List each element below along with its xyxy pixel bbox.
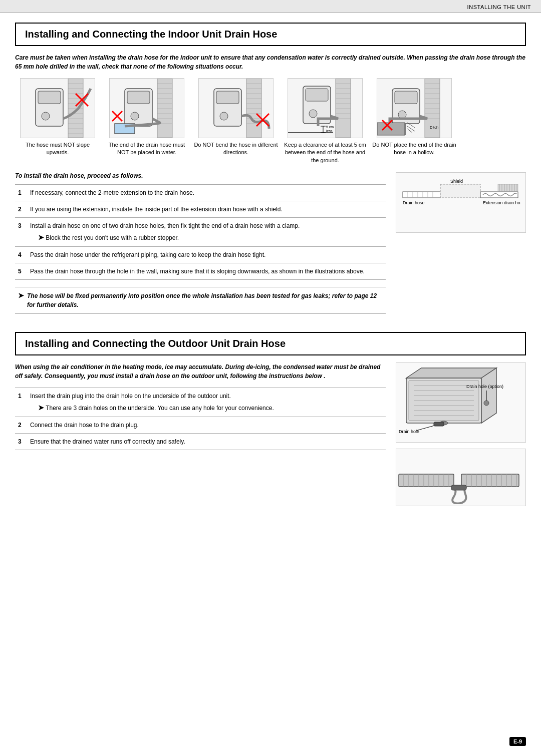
step-num-3: 3 (15, 218, 27, 247)
note-prefix: ➤ (18, 291, 24, 309)
diagram-caption-3: Do NOT bend the hose in different direct… (193, 141, 279, 157)
svg-rect-107 (498, 184, 518, 191)
step-num-5: 5 (15, 263, 27, 280)
outdoor-intro: When using the air conditioner in the he… (15, 362, 386, 381)
svg-text:Drain hole (option): Drain hole (option) (466, 384, 503, 389)
table-row: 3 Install a drain hose on one of two dra… (15, 218, 386, 247)
svg-rect-103 (440, 184, 480, 198)
svg-text:Shield: Shield (450, 179, 463, 184)
indoor-section-box: Installing and Connecting the Indoor Uni… (15, 23, 526, 46)
outdoor-steps-table: 1 Insert the drain plug into the drain h… (15, 388, 386, 450)
indoor-steps-table: 1 If necessary, connect the 2-metre exte… (15, 184, 386, 280)
svg-rect-157 (451, 485, 466, 490)
page-number: E-9 (509, 737, 526, 746)
svg-point-59 (309, 110, 317, 118)
outdoor-step-num-3: 3 (15, 434, 27, 450)
instructions-heading: To install the drain hose, proceed as fo… (15, 172, 386, 179)
table-row: 4 Pass the drain hose under the refriger… (15, 247, 386, 263)
table-row: 5 Pass the drain hose through the hole i… (15, 263, 386, 280)
indoor-main-layout: To install the drain hose, proceed as fo… (15, 172, 526, 322)
outdoor-step-text-3: Ensure that the drained water runs off c… (27, 434, 386, 450)
svg-rect-134 (399, 474, 454, 487)
diagram-caption-5: Do NOT place the end of the drain hose i… (372, 141, 457, 157)
svg-rect-33 (246, 79, 261, 138)
indoor-main-content: To install the drain hose, proceed as fo… (15, 172, 386, 322)
svg-text:Drain hose: Drain hose (403, 200, 425, 205)
diagram-item-1: The hose must NOT slope upwards. (15, 78, 100, 164)
diagram-box-3 (198, 78, 274, 138)
step-num-4: 4 (15, 247, 27, 263)
table-row: 2 If you are using the extension, insula… (15, 201, 386, 218)
svg-rect-0 (68, 79, 83, 138)
svg-text:Extension drain hose: Extension drain hose (483, 200, 520, 205)
svg-rect-104 (480, 192, 518, 198)
diagram-row: The hose must NOT slope upwards. (15, 78, 526, 164)
outdoor-step-text-1: Insert the drain plug into the drain hol… (27, 388, 386, 417)
outdoor-step-text-2: Connect the drain hose to the drain plug… (27, 417, 386, 434)
svg-text:5 cm: 5 cm (326, 125, 334, 129)
step-text-3: Install a drain hose on one of two drain… (27, 218, 386, 247)
diagram-box-2 (109, 78, 184, 138)
table-row: 1 Insert the drain plug into the drain h… (15, 388, 386, 417)
svg-rect-28 (127, 91, 150, 104)
table-row: 1 If necessary, connect the 2-metre exte… (15, 185, 386, 201)
diagram-item-5: Ditch Do NOT place the end of the drain … (372, 78, 457, 164)
diagram-box-1 (20, 78, 95, 138)
svg-marker-117 (406, 368, 496, 378)
svg-rect-13 (38, 91, 61, 104)
outdoor-diagram-2 (396, 449, 526, 506)
step-text-5: Pass the drain hose through the hole in … (27, 263, 386, 280)
sub-item-3: ➤ Block the rest you don't use with a ru… (30, 232, 383, 243)
indoor-sidebar: Shield (396, 172, 526, 322)
header-title: INSTALLING THE UNIT (467, 4, 531, 10)
svg-text:Ditch: Ditch (430, 125, 438, 130)
outdoor-layout: When using the air conditioner in the he… (15, 362, 526, 512)
svg-text:less: less (326, 129, 333, 133)
outdoor-sidebar: Drain hole (option) Drain hole (396, 362, 526, 512)
svg-text:Drain hole: Drain hole (399, 429, 419, 434)
page-header: INSTALLING THE UNIT (0, 0, 541, 13)
outdoor-section-box: Installing and Connecting the Outdoor Un… (15, 332, 526, 355)
outdoor-step-num-2: 2 (15, 417, 27, 434)
diagram-item-3: Do NOT bend the hose in different direct… (193, 78, 279, 164)
outdoor-diagram-1: Drain hole (option) Drain hole (396, 362, 526, 443)
svg-point-127 (484, 401, 489, 406)
indoor-sidebar-diagram: Shield (396, 172, 526, 233)
svg-rect-145 (461, 474, 519, 487)
svg-rect-17 (157, 79, 172, 138)
indoor-intro: Care must be taken when installing the d… (15, 53, 526, 71)
svg-rect-48 (336, 79, 351, 138)
table-row: 2 Connect the drain hose to the drain pl… (15, 417, 386, 434)
indoor-section-title: Installing and Connecting the Indoor Uni… (25, 29, 516, 40)
outdoor-main-content: When using the air conditioner in the he… (15, 362, 386, 512)
diagram-caption-4: Keep a clearance of at least 5 cm betwee… (283, 141, 368, 164)
table-row: 3 Ensure that the drained water runs off… (15, 434, 386, 450)
svg-rect-58 (306, 89, 328, 101)
note-text: The hose will be fixed permanently into … (27, 291, 383, 309)
svg-marker-118 (481, 368, 496, 423)
svg-point-45 (220, 112, 228, 120)
svg-rect-44 (216, 91, 239, 104)
diagram-caption-2: The end of the drain hose must NOT be pl… (104, 141, 189, 157)
indoor-note-box: ➤ The hose will be fixed permanently int… (15, 287, 386, 314)
outdoor-step-num-1: 1 (15, 388, 27, 417)
svg-rect-76 (395, 91, 417, 104)
diagram-caption-1: The hose must NOT slope upwards. (15, 141, 100, 157)
svg-point-29 (131, 112, 139, 120)
diagram-item-4: 5 cm less Keep a clearance of at least 5… (283, 78, 368, 164)
svg-rect-96 (403, 192, 440, 198)
diagram-box-4: 5 cm less (288, 78, 363, 138)
outdoor-section-title: Installing and Connecting the Outdoor Un… (25, 338, 516, 349)
step-num-1: 1 (15, 185, 27, 201)
page-content: Installing and Connecting the Indoor Uni… (0, 13, 541, 527)
step-text-1: If necessary, connect the 2-metre extens… (27, 185, 386, 201)
page-number-text: E-9 (513, 738, 522, 744)
step-text-2: If you are using the extension, insulate… (27, 201, 386, 218)
svg-point-14 (42, 112, 50, 120)
step-num-2: 2 (15, 201, 27, 218)
diagram-box-5: Ditch (377, 78, 452, 138)
diagram-item-2: The end of the drain hose must NOT be pl… (104, 78, 189, 164)
outdoor-sub-item-1: ➤ There are 3 drain holes on the undersi… (30, 403, 383, 413)
svg-rect-133 (434, 422, 444, 426)
step-text-4: Pass the drain hose under the refrigeran… (27, 247, 386, 263)
